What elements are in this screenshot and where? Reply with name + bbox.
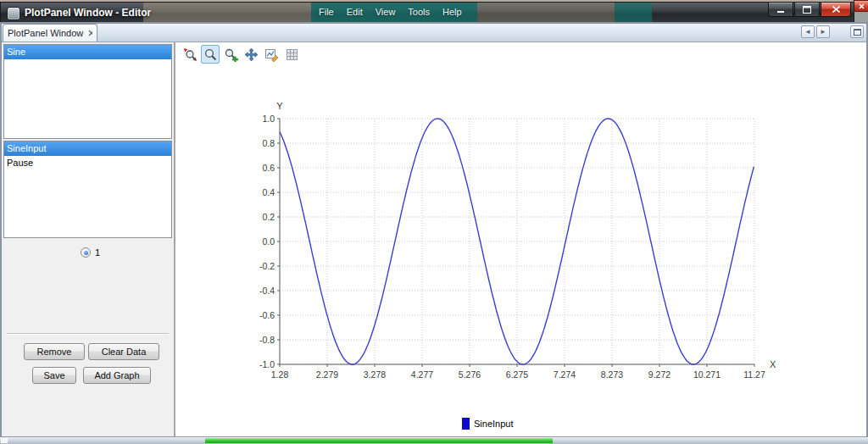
graph-list[interactable]: Sine	[3, 44, 172, 139]
add-graph-button[interactable]: Add Graph	[83, 367, 151, 384]
close-icon	[859, 3, 865, 9]
chevron-right-icon: ►	[820, 28, 826, 36]
svg-text:0.4: 0.4	[262, 187, 275, 197]
plot-toolbar	[181, 45, 301, 64]
plot-panel: 1.282.2793.2784.2775.2766.2757.2748.2739…	[175, 42, 866, 436]
save-button[interactable]: Save	[32, 367, 76, 384]
background-menu-file: File	[319, 7, 334, 17]
svg-text:-0.6: -0.6	[259, 310, 275, 320]
svg-text:4.277: 4.277	[411, 369, 433, 380]
maximize-button[interactable]	[794, 3, 820, 17]
svg-text:0.8: 0.8	[262, 138, 275, 148]
restore-window-icon	[854, 29, 861, 36]
signal-list[interactable]: SineInput Pause	[3, 141, 172, 238]
sidebar: Sine SineInput Pause 1 Remove Clear Data…	[2, 42, 175, 436]
zoom-dynamic-button[interactable]	[221, 45, 240, 64]
svg-text:1.28: 1.28	[271, 369, 289, 380]
graph-number-radio-row: 1	[81, 247, 100, 258]
radio-dot-icon	[84, 251, 88, 255]
clear-data-button[interactable]: Clear Data	[88, 343, 159, 360]
background-menu-tools: Tools	[408, 7, 430, 17]
tab-close-icon[interactable]	[88, 30, 92, 36]
chevron-left-icon: ◄	[804, 28, 811, 36]
zoom-extents-button[interactable]	[181, 45, 199, 64]
toggle-grid-button[interactable]	[282, 45, 301, 64]
background-menubar: File Edit View Tools Help	[319, 7, 462, 17]
edit-plot-button[interactable]	[262, 45, 281, 64]
maximize-icon	[803, 6, 811, 14]
remove-button[interactable]: Remove	[24, 343, 85, 360]
svg-text:5.276: 5.276	[459, 369, 481, 380]
glass-reflection	[615, 3, 652, 23]
tabbar: PlotPanel Window ◄ ►	[0, 22, 868, 42]
edit-plot-icon	[264, 47, 279, 62]
svg-text:Y: Y	[276, 101, 283, 111]
resize-grip	[1, 438, 8, 443]
minimize-icon	[777, 6, 785, 14]
close-button[interactable]	[821, 3, 851, 17]
svg-text:-0.8: -0.8	[259, 335, 275, 345]
background-close-button[interactable]	[854, 0, 868, 12]
list-item-sineinput[interactable]: SineInput	[4, 142, 171, 156]
background-menu-help: Help	[442, 7, 462, 17]
close-icon	[832, 6, 840, 13]
grid-icon	[285, 47, 299, 62]
pan-icon	[244, 47, 259, 62]
caption-buttons	[767, 3, 851, 17]
plot-canvas[interactable]: 1.282.2793.2784.2775.2766.2757.2748.2739…	[175, 76, 866, 436]
svg-text:7.274: 7.274	[554, 369, 576, 380]
statusbar	[0, 436, 868, 444]
svg-text:8.273: 8.273	[601, 369, 623, 380]
svg-text:-0.2: -0.2	[259, 261, 275, 271]
svg-text:3.278: 3.278	[364, 369, 386, 380]
zoom-extents-icon	[183, 47, 198, 62]
radio-label: 1	[95, 247, 100, 258]
pan-button[interactable]	[242, 45, 260, 64]
glass-reflection	[143, 3, 311, 23]
zoom-window-icon	[203, 47, 218, 62]
svg-text:X: X	[770, 359, 776, 369]
svg-text:11.27: 11.27	[743, 369, 765, 380]
background-menu-edit: Edit	[347, 7, 363, 17]
svg-text:0.6: 0.6	[262, 163, 275, 173]
svg-text:10.271: 10.271	[693, 369, 721, 380]
window-title: PlotPanel Window - Editor	[25, 7, 151, 19]
tab-navigation: ◄ ►	[801, 25, 864, 38]
svg-text:-1.0: -1.0	[259, 359, 275, 369]
svg-text:0.0: 0.0	[262, 236, 275, 247]
svg-text:6.275: 6.275	[506, 369, 528, 380]
tab-label: PlotPanel Window	[8, 28, 83, 38]
list-item-sine[interactable]: Sine	[4, 45, 171, 59]
glass-reflection	[477, 3, 615, 23]
radio-button-1[interactable]	[81, 247, 91, 258]
window-icon	[7, 7, 20, 20]
tab-scroll-left-button[interactable]: ◄	[801, 25, 815, 38]
svg-text:0.2: 0.2	[262, 212, 275, 222]
screen: File Edit View Tools Help PlotPanel Wind…	[0, 0, 868, 444]
svg-text:2.279: 2.279	[316, 369, 338, 380]
titlebar[interactable]: File Edit View Tools Help PlotPanel Wind…	[0, 2, 854, 24]
tab-plotpanel-window[interactable]: PlotPanel Window	[3, 24, 97, 42]
svg-text:9.272: 9.272	[648, 369, 670, 380]
svg-text:-0.4: -0.4	[259, 286, 275, 296]
legend-label: SineInput	[474, 419, 513, 429]
tab-restore-button[interactable]	[850, 25, 864, 38]
progress-bar-fill	[205, 438, 553, 443]
tab-scroll-right-button[interactable]: ►	[816, 25, 830, 38]
zoom-dynamic-icon	[224, 47, 238, 62]
plot-legend: SineInput	[462, 418, 513, 430]
zoom-window-button[interactable]	[201, 45, 220, 64]
svg-text:1.0: 1.0	[262, 114, 275, 124]
minimize-button[interactable]	[768, 3, 793, 17]
divider	[7, 333, 169, 335]
background-menu-view: View	[376, 7, 396, 17]
legend-swatch	[462, 418, 470, 430]
list-item-pause[interactable]: Pause	[4, 156, 171, 170]
